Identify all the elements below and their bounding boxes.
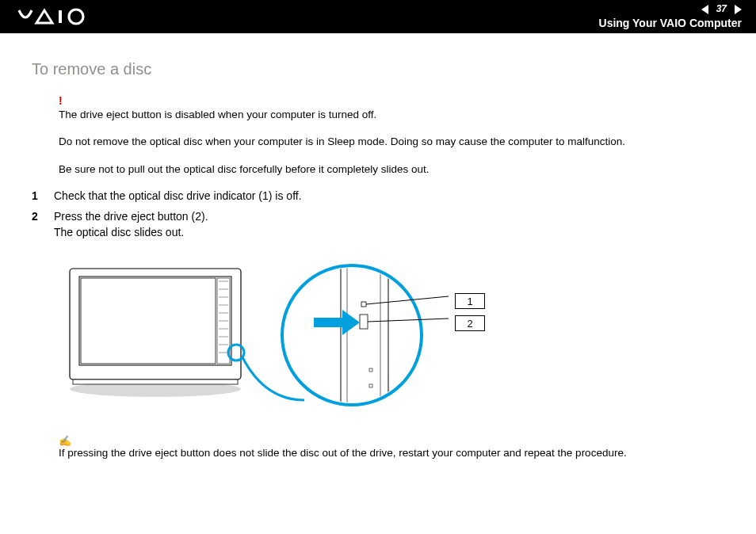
svg-point-1 [69, 10, 83, 24]
page-number: 37 [716, 3, 727, 14]
svg-rect-17 [73, 380, 238, 384]
section-title: Using Your VAIO Computer [599, 17, 742, 30]
vaio-logo-svg [17, 7, 105, 26]
callout-stack: 1 2 [455, 293, 485, 331]
important-line: The drive eject button is disabled when … [59, 107, 724, 124]
step-text: Check that the optical disc drive indica… [54, 189, 302, 204]
callout-1: 1 [455, 293, 485, 309]
step-text: Press the drive eject button (2). The op… [54, 209, 208, 240]
page-title: To remove a disc [32, 60, 724, 78]
svg-rect-4 [81, 278, 216, 364]
monitor-illustration [70, 269, 304, 400]
svg-rect-21 [341, 264, 388, 406]
zoom-circle [282, 264, 449, 406]
page-header: 37 Using Your VAIO Computer [0, 0, 756, 33]
page-content: To remove a disc ! The drive eject butto… [0, 33, 756, 462]
step-number: 2 [32, 209, 41, 240]
important-line: Be sure not to pull out the optical disc… [59, 162, 724, 178]
diagram-svg [59, 257, 487, 416]
note-text: If pressing the drive eject button does … [59, 445, 724, 462]
vaio-logo [17, 7, 105, 26]
diagram: 1 2 [59, 257, 724, 416]
step-number: 1 [32, 189, 41, 204]
svg-rect-25 [360, 315, 368, 329]
callout-2: 2 [455, 315, 485, 331]
step-item: 1 Check that the optical disc drive indi… [32, 189, 724, 204]
prev-page-icon[interactable] [701, 5, 708, 14]
step-list: 1 Check that the optical disc drive indi… [32, 189, 724, 240]
header-right: 37 Using Your VAIO Computer [599, 3, 742, 29]
svg-rect-24 [361, 302, 366, 307]
svg-rect-0 [59, 10, 62, 23]
important-block: ! The drive eject button is disabled whe… [59, 93, 724, 177]
page-nav: 37 [599, 3, 742, 14]
next-page-icon[interactable] [735, 5, 742, 14]
step-item: 2 Press the drive eject button (2). The … [32, 209, 724, 240]
important-line: Do not remove the optical disc when your… [59, 134, 724, 151]
